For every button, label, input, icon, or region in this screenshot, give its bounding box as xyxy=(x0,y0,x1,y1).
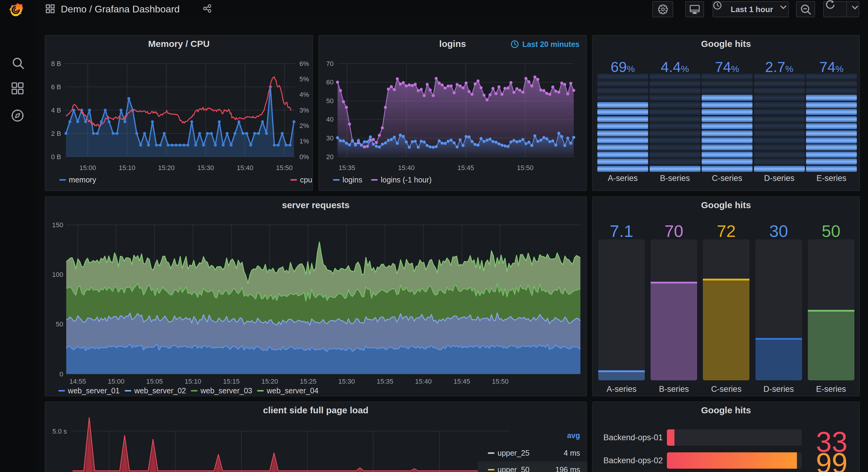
svg-text:15:20: 15:20 xyxy=(158,164,175,172)
svg-text:6 B: 6 B xyxy=(51,83,61,91)
svg-text:15:35: 15:35 xyxy=(338,164,355,172)
svg-text:14:55: 14:55 xyxy=(69,378,86,385)
svg-text:100: 100 xyxy=(52,271,63,278)
svg-text:15:45: 15:45 xyxy=(457,164,474,172)
svg-text:15:40: 15:40 xyxy=(237,164,253,172)
svg-text:50: 50 xyxy=(56,320,63,328)
svg-text:15:25: 15:25 xyxy=(300,378,316,385)
svg-text:0: 0 xyxy=(60,370,63,378)
svg-text:15:40: 15:40 xyxy=(398,164,415,172)
svg-text:15:10: 15:10 xyxy=(119,164,135,172)
svg-text:15:00: 15:00 xyxy=(79,164,96,172)
svg-text:1%: 1% xyxy=(300,137,309,145)
svg-text:5%: 5% xyxy=(300,75,309,83)
svg-text:15:40: 15:40 xyxy=(415,378,432,385)
svg-text:50: 50 xyxy=(326,97,334,105)
svg-text:15:50: 15:50 xyxy=(276,164,292,172)
svg-text:0 B: 0 B xyxy=(51,153,61,161)
svg-text:4%: 4% xyxy=(300,91,309,98)
svg-text:30: 30 xyxy=(326,134,334,142)
svg-text:0%: 0% xyxy=(300,153,309,161)
svg-text:15:45: 15:45 xyxy=(453,378,470,385)
svg-text:4 B: 4 B xyxy=(51,107,61,114)
svg-text:15:05: 15:05 xyxy=(146,378,163,385)
svg-text:8 B: 8 B xyxy=(51,60,61,67)
svg-text:15:50: 15:50 xyxy=(517,164,533,172)
svg-text:70: 70 xyxy=(326,60,334,67)
svg-text:3%: 3% xyxy=(300,107,309,114)
svg-text:40: 40 xyxy=(326,116,334,123)
svg-text:15:30: 15:30 xyxy=(197,164,214,172)
svg-text:150: 150 xyxy=(52,221,63,229)
svg-text:15:10: 15:10 xyxy=(185,378,201,385)
svg-text:20: 20 xyxy=(326,153,334,161)
svg-text:2%: 2% xyxy=(300,122,309,129)
svg-text:15:15: 15:15 xyxy=(223,378,240,385)
svg-text:6%: 6% xyxy=(300,60,309,67)
svg-text:15:30: 15:30 xyxy=(338,378,355,385)
svg-text:15:50: 15:50 xyxy=(492,378,508,385)
svg-text:5.0 s: 5.0 s xyxy=(52,427,67,435)
svg-text:15:00: 15:00 xyxy=(108,378,124,385)
svg-text:15:20: 15:20 xyxy=(261,378,278,385)
svg-text:15:35: 15:35 xyxy=(376,378,393,385)
svg-text:60: 60 xyxy=(326,78,334,86)
svg-text:2 B: 2 B xyxy=(51,130,61,137)
